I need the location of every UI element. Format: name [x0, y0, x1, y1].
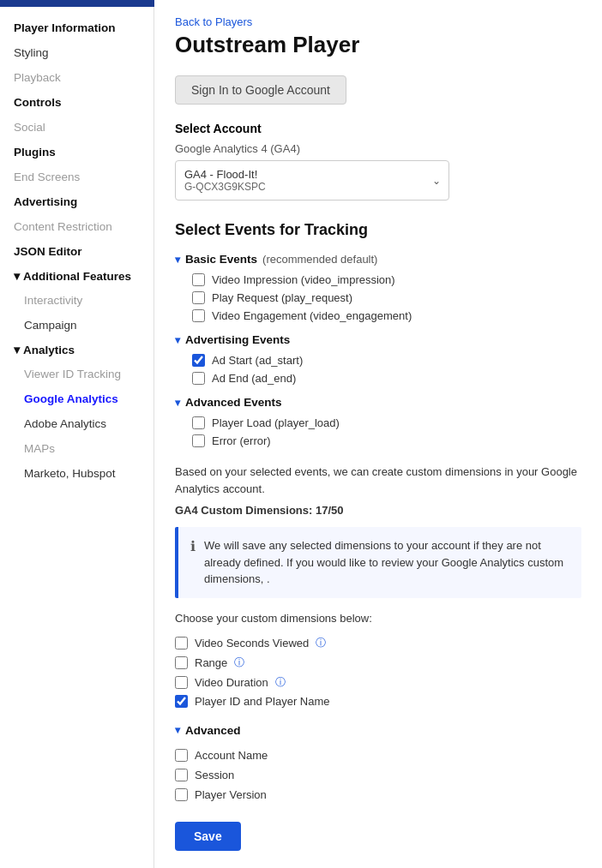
ga4-custom-dimensions-count: GA4 Custom Dimensions: 17/50	[175, 504, 581, 517]
sidebar-item-label: Interactivity	[24, 294, 82, 307]
advertising-events-header[interactable]: ▾ Advertising Events	[175, 333, 581, 346]
video-seconds-viewed-checkbox[interactable]	[175, 637, 188, 650]
select-account-label: Select Account	[175, 122, 581, 135]
sidebar-item-controls[interactable]: Controls	[0, 90, 154, 115]
play-request-checkbox[interactable]	[192, 291, 205, 304]
sidebar-item-label: Viewer ID Tracking	[24, 368, 121, 380]
sidebar-item-label: End Screens	[14, 171, 80, 183]
sidebar-item-marketo-hubspot[interactable]: Marketo, Hubspot	[0, 461, 154, 486]
sidebar-item-viewer-id-tracking[interactable]: Viewer ID Tracking	[0, 362, 154, 386]
info-box-text: We will save any selected dimensions to …	[204, 537, 569, 588]
event-item-ad-start: Ad Start (ad_start)	[175, 351, 581, 369]
advanced-events-header[interactable]: ▾ Advanced Events	[175, 396, 581, 409]
video-duration-checkbox[interactable]	[175, 676, 188, 689]
sidebar-item-label: MAPs	[24, 442, 55, 455]
sidebar-section-additional-features[interactable]: ▾ Additional Features	[0, 264, 154, 288]
ad-start-checkbox[interactable]	[192, 354, 205, 367]
account-dropdown[interactable]: GA4 - Flood-It! G-QCX3G9KSPC	[175, 160, 449, 201]
adv-label-account-name: Account Name	[195, 749, 268, 762]
dim-info-icon-range[interactable]: ⓘ	[234, 655, 244, 670]
sidebar-item-advertising[interactable]: Advertising	[0, 189, 154, 214]
sidebar-item-plugins[interactable]: Plugins	[0, 140, 154, 165]
event-item-player-load: Player Load (player_load)	[175, 414, 581, 432]
range-checkbox[interactable]	[175, 656, 188, 669]
chevron-down-icon: ▾	[175, 254, 180, 266]
advanced-section-header[interactable]: ▾ Advanced	[175, 724, 581, 737]
dim-info-icon-video-seconds-viewed[interactable]: ⓘ	[316, 636, 326, 650]
chevron-down-icon: ▾	[14, 269, 20, 283]
event-item-play-request: Play Request (play_request)	[175, 289, 581, 307]
sidebar-item-content-restriction[interactable]: Content Restriction	[0, 214, 154, 239]
sidebar-item-adobe-analytics[interactable]: Adobe Analytics	[0, 411, 154, 436]
sidebar-section-analytics[interactable]: ▾ Analytics	[0, 338, 154, 362]
player-load-label: Player Load (player_load)	[212, 416, 340, 429]
event-item-video-impression: Video Impression (video_impression)	[175, 271, 581, 289]
sidebar-item-label: Social	[14, 121, 45, 134]
event-item-video-engagement: Video Engagement (video_engagement)	[175, 307, 581, 325]
sidebar-item-google-analytics[interactable]: Google Analytics	[0, 386, 154, 411]
sidebar-item-label: Advertising	[14, 195, 77, 208]
back-to-players-link[interactable]: Back to Players	[175, 0, 581, 28]
adv-label-player-version: Player Version	[195, 788, 267, 801]
basic-events-label: Basic Events	[185, 253, 257, 266]
ga4-label: Google Analytics 4 (GA4)	[175, 142, 581, 155]
chevron-down-icon: ▾	[175, 724, 180, 736]
basic-events-header[interactable]: ▾ Basic Events (recommended default)	[175, 253, 581, 266]
sidebar-item-social[interactable]: Social	[0, 115, 154, 140]
info-icon: ℹ	[190, 538, 196, 554]
page-title: Outstream Player	[175, 32, 581, 58]
player-id-name-checkbox[interactable]	[175, 695, 188, 708]
dim-item-video-seconds-viewed: Video Seconds Viewed ⓘ	[175, 633, 581, 653]
ad-start-label: Ad Start (ad_start)	[212, 354, 303, 367]
sidebar-item-end-screens[interactable]: End Screens	[0, 165, 154, 189]
dim-label-video-seconds-viewed: Video Seconds Viewed	[195, 637, 309, 650]
events-title: Select Events for Tracking	[175, 221, 581, 239]
video-impression-checkbox[interactable]	[192, 273, 205, 286]
ad-end-label: Ad End (ad_end)	[212, 372, 296, 385]
sidebar-item-playback[interactable]: Playback	[0, 65, 154, 90]
advanced-events-label: Advanced Events	[185, 396, 282, 409]
sidebar-item-json-editor[interactable]: JSON Editor	[0, 239, 154, 264]
event-item-error: Error (error)	[175, 432, 581, 450]
advanced-label: Advanced	[185, 724, 241, 737]
info-text: Based on your selected events, we can cr…	[175, 464, 581, 497]
sidebar-item-label: JSON Editor	[14, 245, 82, 258]
player-version-checkbox[interactable]	[175, 788, 188, 801]
sidebar-item-player-information[interactable]: Player Information	[0, 15, 154, 40]
account-dropdown-line2: G-QCX3G9KSPC	[184, 181, 423, 193]
ad-end-checkbox[interactable]	[192, 372, 205, 385]
info-box: ℹ We will save any selected dimensions t…	[175, 527, 581, 598]
adv-item-session: Session	[175, 765, 581, 785]
dim-label-range: Range	[195, 656, 227, 669]
sidebar-item-campaign[interactable]: Campaign	[0, 313, 154, 338]
dim-item-range: Range ⓘ	[175, 653, 581, 673]
account-dropdown-line1: GA4 - Flood-It!	[184, 168, 423, 181]
sidebar-item-styling[interactable]: Styling	[0, 40, 154, 65]
player-load-checkbox[interactable]	[192, 416, 205, 429]
dim-item-player-id-name: Player ID and Player Name	[175, 692, 581, 710]
chevron-down-icon: ▾	[175, 334, 180, 346]
dim-label-video-duration: Video Duration	[195, 676, 268, 689]
video-impression-label: Video Impression (video_impression)	[212, 273, 395, 286]
session-checkbox[interactable]	[175, 769, 188, 781]
sidebar: Player Information Styling Playback Cont…	[0, 0, 154, 868]
sidebar-item-interactivity[interactable]: Interactivity	[0, 288, 154, 313]
sidebar-item-label: Plugins	[14, 146, 56, 159]
custom-dim-label: Choose your custom dimensions below:	[175, 612, 581, 625]
adv-item-player-version: Player Version	[175, 785, 581, 805]
sidebar-item-label: Styling	[14, 46, 49, 59]
top-bar	[0, 0, 154, 7]
chevron-down-icon: ▾	[14, 343, 20, 356]
save-button[interactable]: Save	[175, 822, 241, 851]
event-item-ad-end: Ad End (ad_end)	[175, 369, 581, 387]
account-name-checkbox[interactable]	[175, 749, 188, 762]
sign-in-google-button[interactable]: Sign In to Google Account	[175, 75, 346, 105]
dim-info-icon-video-duration[interactable]: ⓘ	[275, 675, 286, 690]
main-content: Back to Players Outstream Player Sign In…	[154, 0, 602, 868]
video-engagement-checkbox[interactable]	[192, 309, 205, 322]
sidebar-item-maps[interactable]: MAPs	[0, 436, 154, 461]
error-checkbox[interactable]	[192, 434, 205, 447]
advanced-events-group: ▾ Advanced Events Player Load (player_lo…	[175, 396, 581, 450]
dim-item-video-duration: Video Duration ⓘ	[175, 673, 581, 692]
account-select-wrapper: GA4 - Flood-It! G-QCX3G9KSPC ⌄	[175, 160, 449, 201]
